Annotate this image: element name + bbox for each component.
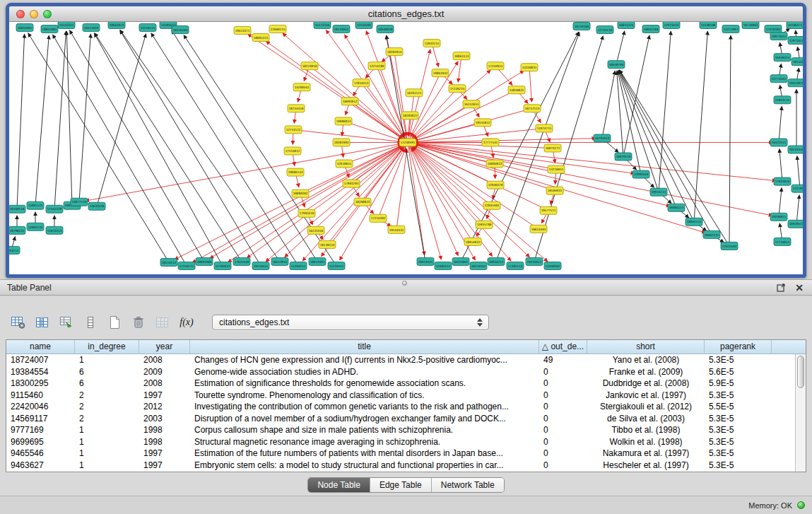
graph-node[interactable]: 17542320: [46, 205, 63, 213]
graph-node[interactable]: 12450362: [544, 262, 561, 269]
graph-node[interactable]: 19662013: [108, 22, 125, 29]
cell-year[interactable]: 1997: [139, 460, 190, 472]
graph-node[interactable]: 16106471: [787, 22, 803, 29]
table-row[interactable]: 1830029562008Estimation of significance …: [6, 378, 795, 390]
cell-short[interactable]: de Silva et al. (2003): [587, 413, 705, 425]
graph-node[interactable]: 18861513: [453, 52, 470, 60]
graph-edge[interactable]: [779, 223, 782, 239]
graph-node[interactable]: 16074271: [544, 144, 561, 152]
cell-year[interactable]: 2008: [139, 378, 190, 390]
graph-edge[interactable]: [347, 144, 402, 163]
graph-edge[interactable]: [495, 166, 495, 178]
graph-node[interactable]: 12093444: [632, 170, 649, 178]
graph-node[interactable]: 19973451: [770, 33, 787, 40]
graph-node[interactable]: 15572344: [314, 22, 331, 29]
graph-edge[interactable]: [397, 148, 407, 226]
graph-node[interactable]: 17854413: [353, 79, 370, 87]
graph-node[interactable]: 19914211: [650, 188, 667, 196]
graph-node[interactable]: 17625440: [233, 257, 250, 265]
cell-pagerank[interactable]: 5.3E-5: [705, 448, 772, 460]
graph-edge[interactable]: [411, 143, 772, 216]
cell-year[interactable]: 1997: [139, 390, 190, 402]
graph-node[interactable]: 12402211: [435, 262, 452, 269]
graph-edge[interactable]: [797, 156, 800, 185]
tab-node-table[interactable]: Node Table: [308, 478, 370, 492]
graph-node[interactable]: 18134104: [573, 23, 590, 30]
graph-node[interactable]: 18055981: [41, 25, 58, 33]
table-row[interactable]: 911546021997Tourette syndrome. Phenomeno…: [6, 390, 795, 402]
tab-network-table[interactable]: Network Table: [431, 478, 504, 492]
graph-node[interactable]: 12610651: [336, 160, 353, 168]
graph-edge[interactable]: [296, 175, 299, 187]
function-builder-icon[interactable]: f(x): [178, 315, 195, 330]
graph-node[interactable]: 17903293: [343, 180, 360, 187]
cell-pagerank[interactable]: 5.3E-5: [705, 413, 772, 425]
cell-name[interactable]: 18724007: [6, 354, 75, 366]
cell-title[interactable]: Structural magnetic resonance image aver…: [190, 436, 539, 448]
graph-edge[interactable]: [411, 143, 670, 206]
graph-node[interactable]: 16055065: [16, 24, 33, 32]
cell-year[interactable]: 1997: [139, 448, 190, 460]
cell-pagerank[interactable]: 5.3E-5: [705, 424, 772, 436]
graph-node[interactable]: 19245012: [526, 257, 543, 265]
graph-node[interactable]: 18790331: [9, 226, 25, 234]
graph-edge[interactable]: [624, 35, 649, 154]
graph-node[interactable]: 12077124: [71, 198, 88, 206]
cell-pagerank[interactable]: 5.3E-5: [705, 390, 772, 402]
graph-node[interactable]: 17554012: [284, 147, 301, 155]
cell-pagerank[interactable]: 5.6E-5: [705, 366, 772, 378]
cell-pagerank[interactable]: 5.5E-5: [705, 401, 772, 413]
graph-edge[interactable]: [17, 34, 24, 206]
delete-column-icon[interactable]: [130, 315, 147, 330]
graph-node[interactable]: 10944211: [488, 257, 505, 265]
graph-node[interactable]: 14200441: [293, 83, 310, 91]
graph-node[interactable]: 15953131: [774, 96, 791, 104]
cell-in_degree[interactable]: 6: [75, 378, 139, 390]
graph-edge[interactable]: [779, 64, 782, 76]
graph-node[interactable]: 12217097: [722, 25, 739, 33]
table-row[interactable]: 969969511998Structural magnetic resonanc…: [6, 436, 795, 448]
graph-node[interactable]: 19154451: [252, 262, 269, 269]
graph-edge[interactable]: [779, 106, 782, 139]
cell-name[interactable]: 9463627: [6, 460, 75, 472]
cell-out_de[interactable]: 0: [539, 424, 587, 436]
cell-short[interactable]: Jankovic et al. (1997): [587, 390, 705, 402]
edit-table-icon[interactable]: [58, 315, 75, 330]
column-header-pagerank[interactable]: pagerank: [705, 340, 772, 354]
graph-edge[interactable]: [95, 33, 240, 259]
graph-node[interactable]: 16640950: [377, 25, 394, 33]
table-row[interactable]: 1938455462009Genome-wide association stu…: [6, 366, 795, 378]
graph-node[interactable]: 22045401: [483, 201, 500, 209]
cell-out_de[interactable]: 0: [539, 401, 587, 413]
graph-edge[interactable]: [366, 30, 406, 139]
graph-node[interactable]: 12043151: [423, 40, 440, 47]
graph-node[interactable]: 12755134: [596, 26, 613, 34]
graph-node[interactable]: 19801986: [196, 257, 213, 265]
graph-edge[interactable]: [779, 85, 782, 98]
table-row[interactable]: 1456911722003Disruption of a novel membe…: [6, 413, 795, 425]
graph-node[interactable]: 16648794: [608, 61, 625, 69]
cell-short[interactable]: Franke et al. (2009): [587, 366, 705, 378]
cell-title[interactable]: Embryonic stem cells: a model to study s…: [190, 460, 539, 472]
graph-node[interactable]: 19544431: [388, 226, 405, 233]
cell-out_de[interactable]: 0: [539, 448, 587, 460]
graph-edge[interactable]: [411, 139, 596, 143]
cell-name[interactable]: 9465546: [6, 448, 75, 460]
graph-edge[interactable]: [797, 47, 799, 59]
cell-out_de[interactable]: 0: [539, 413, 587, 425]
graph-node[interactable]: 16084211: [668, 204, 685, 211]
graph-edge[interactable]: [28, 33, 167, 260]
table-row[interactable]: 2242004622012Investigating the contribut…: [6, 401, 795, 413]
graph-node[interactable]: 18133041: [333, 25, 350, 33]
graph-node[interactable]: 18601221: [252, 34, 269, 42]
graph-node[interactable]: 16152651: [463, 100, 480, 108]
cell-in_degree[interactable]: 1: [75, 354, 139, 366]
cell-pagerank[interactable]: 5.3E-5: [705, 436, 772, 448]
table-row[interactable]: 946362711997Embryonic stem cells: a mode…: [6, 460, 795, 472]
graph-edge[interactable]: [529, 70, 531, 102]
graph-node[interactable]: 15905135: [27, 223, 44, 230]
cell-name[interactable]: 19384554: [6, 366, 75, 378]
graph-node[interactable]: 14850831: [508, 86, 525, 94]
graph-edge[interactable]: [413, 146, 536, 227]
network-canvas[interactable]: 1724049118302014122142801785441316093912…: [9, 22, 803, 274]
